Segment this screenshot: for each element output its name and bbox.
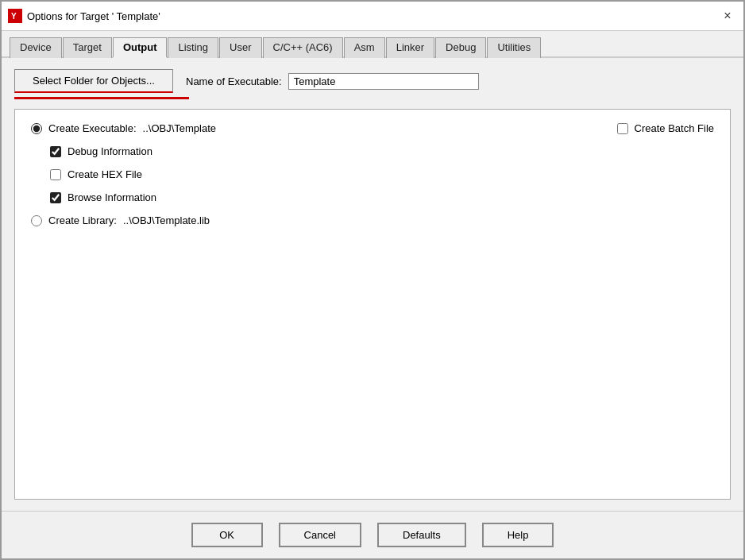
title-bar-left: Y Options for Target ' Template' [8,9,160,23]
debug-info-option: Debug Information [50,145,714,157]
exe-name-input[interactable] [288,73,479,90]
create-hex-checkbox[interactable] [50,169,61,180]
debug-info-checkbox[interactable] [50,146,61,157]
tab-utilities[interactable]: Utilities [487,37,541,58]
create-library-path: ..\OBJ\Template.lib [123,214,210,226]
tab-debug[interactable]: Debug [435,37,486,58]
create-executable-radio[interactable] [31,123,42,134]
debug-info-label: Debug Information [68,145,152,157]
create-library-radio[interactable] [31,215,42,226]
cancel-button[interactable]: Cancel [279,523,361,547]
create-executable-option: Create Executable: ..\OBJ\Template [31,122,714,134]
create-library-option: Create Library: ..\OBJ\Template.lib [31,214,714,226]
browse-info-label: Browse Information [68,191,156,203]
create-batch-container: Create Batch File [617,122,714,134]
exe-name-label: Name of Executable: [186,75,282,87]
dialog-window: Y Options for Target ' Template' × Devic… [0,0,745,560]
defaults-button[interactable]: Defaults [377,523,466,547]
app-icon: Y [8,9,22,23]
create-library-label: Create Library: [48,214,117,226]
create-batch-checkbox[interactable] [617,123,628,134]
create-executable-label: Create Executable: [48,122,137,134]
window-title: Options for Target ' Template' [27,10,160,22]
tab-user[interactable]: User [219,37,261,58]
create-hex-option: Create HEX File [50,168,714,180]
browse-info-option: Browse Information [50,191,714,203]
title-bar: Y Options for Target ' Template' × [2,2,743,31]
tab-bar: Device Target Output Listing User C/C++ … [2,31,743,58]
tab-listing[interactable]: Listing [168,37,218,58]
ok-button[interactable]: OK [191,523,263,547]
toolbar-underline [14,97,189,99]
tab-output[interactable]: Output [113,37,168,58]
help-button[interactable]: Help [482,523,554,547]
options-box: Create Batch File Create Executable: ..\… [14,109,731,500]
bottom-bar: OK Cancel Defaults Help [2,511,743,558]
select-folder-button[interactable]: Select Folder for Objects... [14,69,173,93]
create-hex-label: Create HEX File [68,168,142,180]
toolbar-row: Select Folder for Objects... Name of Exe… [14,69,731,99]
svg-text:Y: Y [11,12,17,21]
executable-name-row: Name of Executable: [186,73,479,90]
create-batch-label: Create Batch File [635,122,714,134]
tab-linker[interactable]: Linker [386,37,434,58]
create-executable-path: ..\OBJ\Template [143,122,216,134]
browse-info-checkbox[interactable] [50,192,61,203]
tab-cpp[interactable]: C/C++ (AC6) [263,37,343,58]
tab-device[interactable]: Device [10,37,62,58]
content-area: Select Folder for Objects... Name of Exe… [2,58,743,511]
close-button[interactable]: × [718,6,737,25]
tab-asm[interactable]: Asm [344,37,385,58]
tab-target[interactable]: Target [63,37,112,58]
